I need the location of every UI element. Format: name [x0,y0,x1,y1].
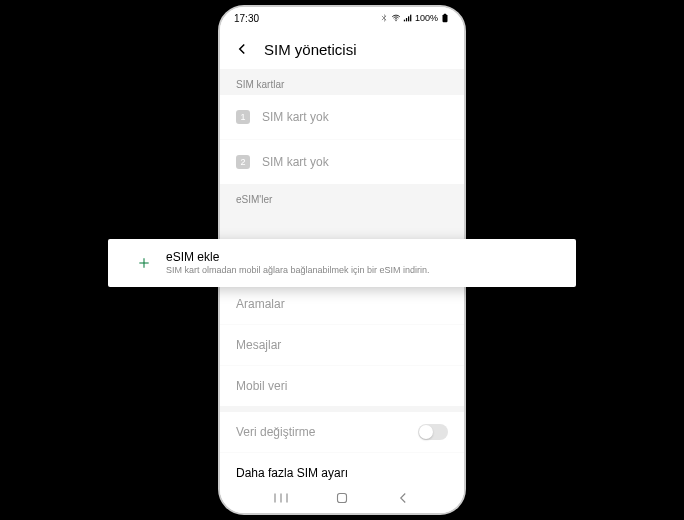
sim-badge-2: 2 [236,155,250,169]
nav-recent[interactable] [272,489,290,507]
back-button[interactable] [228,35,256,63]
esims-section-label: eSIM'ler [220,184,464,210]
pref-calls[interactable]: Aramalar [220,284,464,324]
sim-slot-1-text: SIM kart yok [262,110,329,124]
pref-messages[interactable]: Mesajlar [220,325,464,365]
status-time: 17:30 [234,13,259,24]
status-indicators: 100% [379,13,450,23]
add-esim-row[interactable]: eSIM ekle SIM kart olmadan mobil ağlara … [108,239,576,287]
signal-icon [403,13,413,23]
pref-calls-label: Aramalar [236,297,285,311]
nav-back[interactable] [394,489,412,507]
svg-rect-4 [410,15,411,22]
phone-frame: 17:30 100% SIM yöneticisi SIM kartlar 1 [218,5,466,515]
pref-mobile-data-label: Mobil veri [236,379,287,393]
nav-home[interactable] [333,489,351,507]
svg-rect-3 [408,16,409,21]
add-esim-title: eSIM ekle [166,250,430,264]
sim-cards-section-label: SIM kartlar [220,69,464,95]
add-esim-text: eSIM ekle SIM kart olmadan mobil ağlara … [166,250,430,277]
svg-rect-2 [406,18,407,21]
battery-icon [440,13,450,23]
svg-rect-10 [337,494,346,503]
pref-mobile-data[interactable]: Mobil veri [220,366,464,406]
bluetooth-icon [379,13,389,23]
data-switch-toggle[interactable] [418,424,448,440]
sim-slot-2[interactable]: 2 SIM kart yok [220,140,464,184]
plus-icon [135,254,153,272]
data-switch-row[interactable]: Veri değiştirme [220,412,464,452]
home-icon [333,489,351,507]
svg-rect-5 [443,15,448,23]
recent-icon [272,489,290,507]
add-esim-subtitle: SIM kart olmadan mobil ağlara bağlanabil… [166,265,430,277]
more-sim-settings-label: Daha fazla SIM ayarı [236,466,348,480]
battery-percent: 100% [415,13,438,23]
svg-point-0 [395,20,396,21]
pref-messages-label: Mesajlar [236,338,281,352]
status-bar: 17:30 100% [220,7,464,29]
svg-rect-6 [444,14,447,15]
chevron-left-icon [233,40,251,58]
sim-slot-1[interactable]: 1 SIM kart yok [220,95,464,139]
svg-rect-1 [404,20,405,22]
data-switch-label: Veri değiştirme [236,425,315,439]
sim-slot-2-text: SIM kart yok [262,155,329,169]
wifi-icon [391,13,401,23]
sim-badge-1: 1 [236,110,250,124]
back-icon [394,489,412,507]
page-title: SIM yöneticisi [264,41,357,58]
page-header: SIM yöneticisi [220,29,464,69]
navigation-bar [220,483,464,513]
more-sim-settings[interactable]: Daha fazla SIM ayarı [220,453,464,483]
